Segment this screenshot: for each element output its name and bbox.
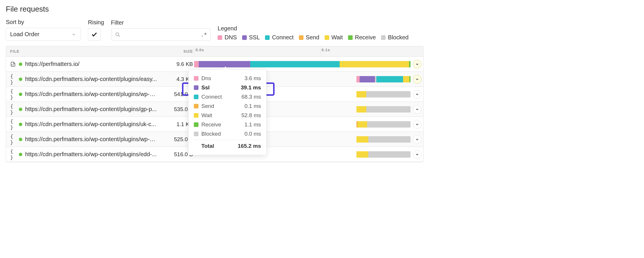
file-cell: { }https://cdn.perfmatters.io/wp-content… xyxy=(6,117,162,132)
svg-point-0 xyxy=(116,33,119,36)
wait-swatch xyxy=(325,35,329,40)
blocked-swatch xyxy=(381,35,386,40)
tooltip-row-dns: Dns3.6 ms xyxy=(194,74,261,83)
request-url: https://cdn.perfmatters.io/wp-content/pl… xyxy=(25,136,158,143)
tooltip-label: Receive xyxy=(201,121,221,128)
segment-wait xyxy=(356,106,366,113)
request-url: https://perfmatters.io/ xyxy=(25,61,80,67)
status-dot xyxy=(19,138,22,141)
file-cell: { }https://cdn.perfmatters.io/wp-content… xyxy=(6,102,162,117)
legend-item-label: Blocked xyxy=(388,34,409,41)
col-size-header[interactable]: SIZE xyxy=(162,46,194,56)
segment-ssl xyxy=(199,61,250,67)
css-file-icon: { } xyxy=(10,152,16,157)
requests-table: FILE SIZE 0.0s0.1s https://perfmatters.i… xyxy=(6,46,424,162)
segment-receive xyxy=(409,76,411,82)
expand-row-button[interactable] xyxy=(413,60,422,69)
tooltip-label: Wait xyxy=(201,112,212,119)
tooltip-row-ssl: Ssl39.1 ms xyxy=(194,83,261,92)
segment-receive xyxy=(409,61,411,67)
segment-blocked xyxy=(367,121,411,128)
axis-tick: 0.0s xyxy=(194,46,194,56)
expand-row-button[interactable] xyxy=(413,135,422,144)
rising-checkbox[interactable] xyxy=(88,28,101,41)
receive-swatch xyxy=(194,122,198,127)
size-value: 9.6 KB xyxy=(176,61,193,67)
legend-item-label: Connect xyxy=(272,34,294,41)
ssl-swatch xyxy=(242,35,247,40)
sort-by-value: Load Order xyxy=(10,31,39,38)
legend-item-label: DNS xyxy=(225,34,237,41)
status-dot xyxy=(19,78,22,81)
expand-row-button[interactable] xyxy=(413,90,422,99)
col-file-header[interactable]: FILE xyxy=(6,46,162,56)
segment-wait xyxy=(340,61,409,67)
tooltip-value: 52.8 ms xyxy=(241,112,261,119)
tooltip-total-value: 165.2 ms xyxy=(238,143,261,149)
check-icon xyxy=(91,31,97,38)
filter-input[interactable] xyxy=(124,31,198,38)
html-file-icon xyxy=(10,61,16,67)
request-url: https://cdn.perfmatters.io/wp-content/pl… xyxy=(25,151,157,158)
status-dot xyxy=(19,123,22,126)
expand-row-button[interactable] xyxy=(413,150,422,159)
css-file-icon: { } xyxy=(10,137,16,142)
segment-ssl xyxy=(360,76,375,82)
file-cell: { }https://cdn.perfmatters.io/wp-content… xyxy=(6,72,162,86)
expand-row-button[interactable] xyxy=(413,120,422,129)
tooltip-row-send: Send0.1 ms xyxy=(194,102,261,111)
tooltip-label: Connect xyxy=(201,94,222,100)
request-url: https://cdn.perfmatters.io/wp-content/pl… xyxy=(25,76,157,82)
sort-by-label: Sort by xyxy=(6,19,81,25)
request-url: https://cdn.perfmatters.io/wp-content/pl… xyxy=(25,91,158,97)
tooltip-value: 3.6 ms xyxy=(244,75,261,82)
rising-label: Rising xyxy=(88,19,104,26)
page-title: File requests xyxy=(6,5,424,14)
timing-bar[interactable] xyxy=(194,61,411,67)
legend-item-label: SSL xyxy=(249,34,260,41)
timing-bar[interactable] xyxy=(356,151,411,158)
tooltip-label: Ssl xyxy=(201,84,210,91)
col-timeline-header: 0.0s0.1s xyxy=(194,46,423,56)
sort-by-select[interactable]: Load Order xyxy=(6,28,81,41)
timing-tooltip: Dns3.6 msSsl39.1 msConnect68.3 msSend0.1… xyxy=(188,69,266,155)
dns-swatch xyxy=(218,35,222,40)
tooltip-row-blocked: Blocked0.0 ms xyxy=(194,129,261,139)
timing-bar[interactable] xyxy=(356,106,411,113)
tooltip-value: 0.0 ms xyxy=(244,131,261,137)
request-url: https://cdn.perfmatters.io/wp-content/pl… xyxy=(25,121,156,128)
segment-blocked xyxy=(368,151,411,158)
file-cell: { }https://cdn.perfmatters.io/wp-content… xyxy=(6,147,162,162)
expand-row-button[interactable] xyxy=(413,105,422,114)
timing-bar[interactable] xyxy=(356,121,411,128)
receive-swatch xyxy=(348,35,353,40)
status-dot xyxy=(19,108,22,111)
timing-bar[interactable] xyxy=(356,91,411,97)
filter-input-wrap[interactable]: .* xyxy=(111,28,211,41)
segment-blocked xyxy=(366,91,411,97)
tooltip-value: 1.1 ms xyxy=(244,121,261,128)
timing-bar[interactable] xyxy=(356,76,411,82)
segment-wait xyxy=(356,136,368,143)
svg-line-1 xyxy=(118,35,120,37)
segment-connect xyxy=(250,61,340,67)
legend-item-label: Send xyxy=(306,34,319,41)
send-swatch xyxy=(299,35,303,40)
segment-blocked xyxy=(366,106,411,113)
tooltip-row-connect: Connect68.3 ms xyxy=(194,92,261,102)
tooltip-total-label: Total xyxy=(194,143,214,149)
filter-label: Filter xyxy=(111,19,211,26)
tooltip-label: Send xyxy=(201,103,214,109)
segment-connect xyxy=(376,76,403,82)
file-cell: https://perfmatters.io/ xyxy=(6,57,162,71)
file-cell: { }https://cdn.perfmatters.io/wp-content… xyxy=(6,87,162,102)
expand-row-button[interactable] xyxy=(413,75,422,84)
segment-wait xyxy=(356,151,368,158)
segment-dns xyxy=(356,76,360,82)
connect-swatch xyxy=(265,35,270,40)
css-file-icon: { } xyxy=(10,106,16,112)
tooltip-value: 68.3 ms xyxy=(241,94,261,100)
css-file-icon: { } xyxy=(10,91,16,97)
tooltip-row-wait: Wait52.8 ms xyxy=(194,111,261,120)
timing-bar[interactable] xyxy=(356,136,411,143)
